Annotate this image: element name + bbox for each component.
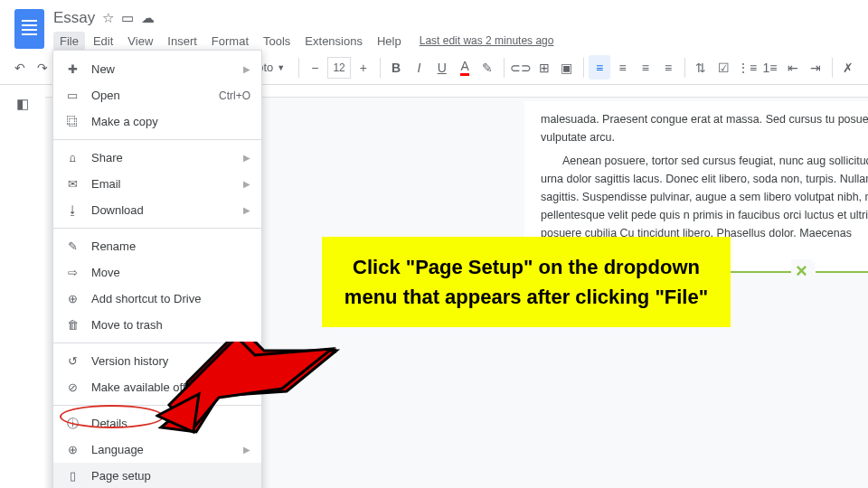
- checklist-icon[interactable]: ☑: [713, 55, 734, 80]
- menu-item-add-shortcut-to-drive[interactable]: ⊕Add shortcut to Drive: [53, 286, 261, 312]
- page-setup-icon: ▯: [64, 469, 80, 483]
- menu-item-email[interactable]: ✉Email▶: [53, 171, 261, 197]
- menu-item-new[interactable]: ✚New▶: [53, 56, 261, 82]
- version-history-icon: ↺: [64, 354, 80, 368]
- last-edit-link[interactable]: Last edit was 2 minutes ago: [417, 32, 557, 51]
- menu-item-label: Make available offline: [91, 380, 250, 394]
- menu-item-label: Page setup: [91, 469, 250, 483]
- bold-button[interactable]: B: [385, 55, 406, 80]
- menu-item-download[interactable]: ⭳Download▶: [53, 197, 261, 223]
- menu-item-language[interactable]: ⊕Language▶: [53, 436, 261, 463]
- menu-item-share[interactable]: ⩍Share▶: [53, 145, 261, 171]
- menu-item-details[interactable]: ⓘDetails: [53, 410, 261, 436]
- share-icon: ⩍: [64, 151, 80, 164]
- new-icon: ✚: [64, 62, 80, 76]
- move-icon: ⇨: [64, 266, 80, 279]
- header: Essay ☆ ▭ ☁ File Edit View Insert Format…: [0, 0, 868, 51]
- clear-formatting-icon[interactable]: ✗: [838, 55, 859, 80]
- line-spacing-icon[interactable]: ⇅: [691, 55, 712, 80]
- close-icon[interactable]: ×: [791, 259, 812, 283]
- cloud-status-icon[interactable]: ☁: [141, 10, 155, 26]
- menu-view[interactable]: View: [121, 32, 159, 51]
- numbered-list-icon[interactable]: 1≡: [760, 55, 780, 80]
- open-icon: ▭: [64, 89, 80, 102]
- undo-icon[interactable]: ↶: [9, 55, 30, 80]
- menu-item-page-setup[interactable]: ▯Page setup: [53, 463, 261, 488]
- menu-item-rename[interactable]: ✎Rename: [53, 233, 261, 259]
- menu-insert[interactable]: Insert: [161, 32, 203, 51]
- star-icon[interactable]: ☆: [102, 10, 114, 26]
- download-icon: ⭳: [64, 203, 80, 217]
- shortcut-label: Ctrl+O: [219, 89, 250, 102]
- menu-item-make-available-offline[interactable]: ⊘Make available offline: [53, 374, 261, 400]
- rename-icon: ✎: [64, 239, 80, 253]
- increase-font-icon[interactable]: +: [353, 55, 373, 80]
- submenu-arrow-icon: ▶: [243, 205, 250, 215]
- menu-item-label: Version history: [91, 354, 232, 368]
- menu-extensions[interactable]: Extensions: [298, 32, 369, 51]
- email-icon: ✉: [64, 177, 80, 191]
- menu-item-label: Language: [91, 443, 232, 456]
- docs-logo-icon[interactable]: [14, 9, 44, 49]
- align-right-icon[interactable]: ≡: [635, 55, 656, 80]
- menu-item-label: Move: [91, 266, 250, 279]
- menu-item-label: Rename: [91, 239, 250, 253]
- submenu-arrow-icon: ▶: [243, 64, 250, 74]
- title-area: Essay ☆ ▭ ☁ File Edit View Insert Format…: [53, 7, 854, 51]
- align-justify-icon[interactable]: ≡: [658, 55, 679, 80]
- menu-file[interactable]: File: [53, 32, 85, 51]
- decrease-font-icon[interactable]: −: [305, 55, 326, 80]
- move-folder-icon[interactable]: ▭: [121, 10, 134, 26]
- text-color-button[interactable]: A: [454, 55, 475, 80]
- menubar: File Edit View Insert Format Tools Exten…: [53, 32, 854, 51]
- menu-item-label: New: [91, 62, 232, 76]
- menu-format[interactable]: Format: [205, 32, 255, 51]
- menu-item-label: Move to trash: [91, 318, 250, 332]
- menu-help[interactable]: Help: [371, 32, 408, 51]
- menu-tools[interactable]: Tools: [257, 32, 297, 51]
- insert-link-icon[interactable]: ⊂⊃: [510, 55, 532, 80]
- move-to-trash-icon: 🗑: [64, 318, 80, 332]
- submenu-arrow-icon: ▶: [243, 445, 250, 455]
- italic-button[interactable]: I: [409, 55, 429, 80]
- font-size-input[interactable]: 12: [327, 57, 351, 79]
- menu-item-open[interactable]: ▭OpenCtrl+O: [53, 82, 261, 108]
- submenu-arrow-icon: ▶: [243, 179, 250, 189]
- make-a-copy-icon: ⿻: [64, 115, 80, 128]
- doc-title[interactable]: Essay: [53, 9, 95, 27]
- make-available-offline-icon: ⊘: [64, 380, 80, 394]
- decrease-indent-icon[interactable]: ⇤: [782, 55, 803, 80]
- menu-item-label: Open: [91, 89, 208, 102]
- body-paragraph-1: malesuada. Praesent congue erat at massa…: [541, 110, 868, 146]
- menu-item-move[interactable]: ⇨Move: [53, 259, 261, 286]
- underline-button[interactable]: U: [431, 55, 452, 80]
- insert-image-icon[interactable]: ▣: [556, 55, 577, 80]
- add-comment-icon[interactable]: ⊞: [533, 55, 554, 80]
- details-icon: ⓘ: [64, 416, 80, 432]
- menu-item-label: Make a copy: [91, 115, 250, 128]
- menu-item-make-a-copy[interactable]: ⿻Make a copy: [53, 108, 261, 135]
- menu-item-version-history[interactable]: ↺Version history▶: [53, 348, 261, 374]
- submenu-arrow-icon: ▶: [243, 356, 250, 366]
- redo-icon[interactable]: ↷: [32, 55, 52, 80]
- menu-item-label: Add shortcut to Drive: [91, 292, 250, 305]
- increase-indent-icon[interactable]: ⇥: [805, 55, 826, 80]
- submenu-arrow-icon: ▶: [243, 153, 250, 163]
- left-sidebar: ◧: [0, 85, 45, 488]
- annotation-callout: Click "Page Setup" on the dropdown menu …: [322, 237, 731, 327]
- menu-item-move-to-trash[interactable]: 🗑Move to trash: [53, 312, 261, 338]
- align-left-icon[interactable]: ≡: [589, 55, 609, 80]
- menu-item-label: Details: [91, 417, 250, 430]
- add-shortcut-to-drive-icon: ⊕: [64, 292, 80, 305]
- bullet-list-icon[interactable]: ⋮≡: [736, 55, 757, 80]
- align-center-icon[interactable]: ≡: [612, 55, 633, 80]
- outline-toggle-icon[interactable]: ◧: [16, 96, 29, 112]
- menu-edit[interactable]: Edit: [87, 32, 119, 51]
- menu-item-label: Email: [91, 177, 232, 191]
- file-dropdown-menu: ✚New▶▭OpenCtrl+O⿻Make a copy⩍Share▶✉Emai…: [52, 50, 262, 488]
- menu-item-label: Download: [91, 203, 232, 217]
- language-icon: ⊕: [64, 443, 80, 456]
- menu-item-label: Share: [91, 151, 232, 164]
- highlight-button[interactable]: ✎: [477, 55, 498, 80]
